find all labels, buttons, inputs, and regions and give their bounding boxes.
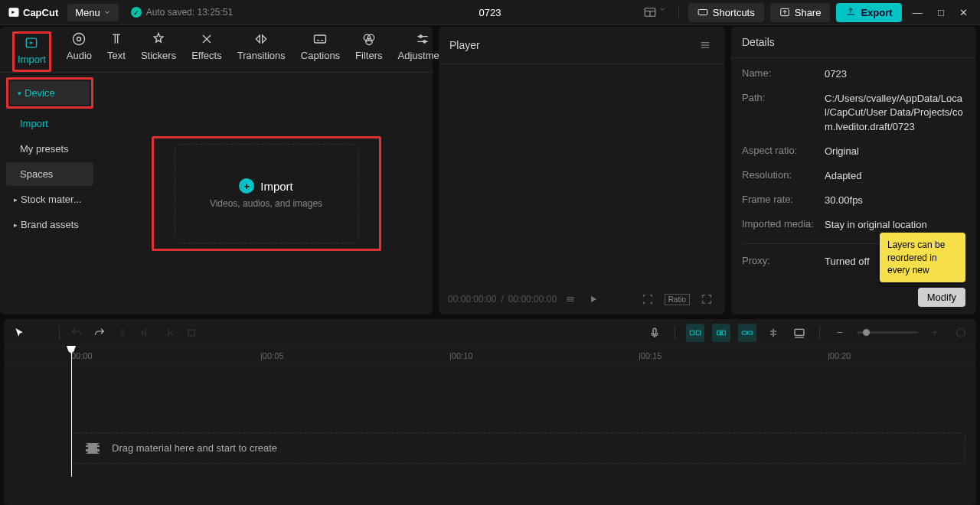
divider [675,326,675,340]
play-button[interactable] [584,290,603,308]
cursor-dropdown[interactable] [33,324,51,342]
details-title: Details [731,27,976,58]
tab-stickers[interactable]: Stickers [141,31,176,72]
time-total: 00:00:00:00 [508,294,557,305]
magnet-main-button[interactable] [686,324,704,342]
svg-point-9 [368,34,374,41]
zoom-fit-button[interactable] [952,324,970,342]
adjustment-icon [415,31,430,47]
layout-icon [643,5,657,19]
caret-right-icon: ▸ [14,221,18,229]
zoom-in-button[interactable]: + [926,324,944,342]
sidebar-item-stock[interactable]: ▸Stock mater... [6,187,93,211]
link-button[interactable] [738,324,756,342]
layout-button[interactable] [640,2,669,22]
track-dropzone[interactable]: Drag material here and start to create [71,432,965,464]
player-viewport[interactable] [439,64,725,284]
tab-transitions[interactable]: Transitions [237,31,286,72]
share-button[interactable]: Share [770,3,831,22]
redo-button[interactable] [90,324,109,342]
media-panel: Import Audio Text Stickers Effects Trans… [0,27,433,314]
import-dropzone[interactable]: + Import Videos, audios, and images [175,144,358,243]
zoom-thumb[interactable] [863,329,870,336]
tab-audio[interactable]: Audio [67,31,92,72]
split-button[interactable] [113,324,132,342]
keyboard-icon [697,7,708,18]
align-icon [767,327,779,339]
player-panel: Player 00:00:00:00 / 00:00:00:00 Ratio [439,27,725,314]
timeline-toolbar: − + [4,319,976,347]
zoom-out-button[interactable]: − [831,324,849,342]
shortcuts-button[interactable]: Shortcuts [688,3,764,22]
menu-button[interactable]: Menu [67,4,119,21]
chevron-down-icon [658,5,666,13]
align-button[interactable] [764,324,782,342]
delete-right-button[interactable] [159,324,178,342]
tab-import[interactable]: Import [18,35,46,70]
app-logo: CapCut [8,6,58,18]
fullscreen-icon [701,293,713,305]
sidebar-item-device[interactable]: ▾Device [10,81,90,105]
sidebar-item-spaces[interactable]: Spaces [6,162,93,186]
timeline-tracks[interactable]: Drag material here and start to create [4,365,976,505]
plus-icon: + [239,178,254,194]
filters-icon [361,31,377,47]
svg-rect-16 [696,331,700,334]
player-menu-button[interactable] [696,36,714,54]
scan-button[interactable] [639,290,657,308]
captions-icon [312,31,328,47]
zoom-slider[interactable] [857,331,918,334]
svg-rect-7 [315,35,326,43]
svg-rect-18 [722,331,725,334]
caret-right-icon: ▸ [14,196,18,204]
chevron-down-icon [38,329,46,337]
check-icon: ✓ [131,7,142,18]
tab-filters[interactable]: Filters [355,31,382,72]
magnet-icon [689,327,701,338]
tab-text[interactable]: Text [107,31,126,72]
delete-left-button[interactable] [136,324,155,342]
sidebar-item-presets[interactable]: My presets [6,137,93,161]
svg-rect-15 [690,331,694,334]
undo-button[interactable] [67,324,86,342]
svg-rect-21 [795,329,804,335]
modify-button[interactable]: Modify [918,288,965,307]
magnet-auto-button[interactable] [712,324,730,342]
audio-icon [71,31,87,47]
close-button[interactable]: ✕ [955,4,972,21]
tab-effects[interactable]: Effects [191,31,222,72]
cursor-icon [13,327,25,339]
timeline-ruler[interactable]: 00:00 |00:05 |00:10 |00:15 |00:20 [4,347,976,365]
sidebar-item-brand[interactable]: ▸Brand assets [6,213,93,236]
import-subtitle: Videos, audios, and images [210,198,322,209]
highlight-device: ▾Device [6,77,93,109]
maximize-button[interactable]: □ [933,4,949,21]
fullscreen-button[interactable] [697,290,716,308]
aspect-key: Aspect ratio: [742,145,825,158]
app-name: CapCut [23,7,58,18]
tool-tabs: Import Audio Text Stickers Effects Trans… [0,27,433,73]
crop-button[interactable] [182,324,201,342]
cursor-tool[interactable] [10,324,28,342]
text-icon [109,31,124,47]
playhead[interactable] [71,347,72,477]
export-button[interactable]: Export [836,3,901,22]
media-body: ▾Device Import My presets Spaces ▸Stock … [0,73,433,314]
svg-point-5 [74,34,85,45]
grid-toggle[interactable] [561,290,580,308]
path-value: C:/Users/cvalley/AppData/Local/CapCut/Us… [825,92,965,134]
timeline-panel: − + 00:00 |00:05 |00:10 |00:15 |00:20 Dr… [4,319,976,505]
resolution-value: Adapted [825,169,965,183]
transitions-icon [253,31,269,47]
highlight-import-tab: Import [12,31,51,72]
split-icon [116,327,129,339]
tab-captions[interactable]: Captions [301,31,340,72]
name-key: Name: [742,67,825,81]
fps-key: Frame rate: [742,194,825,207]
sidebar-item-import[interactable]: Import [6,112,93,135]
minimize-button[interactable]: — [908,4,927,21]
ratio-button[interactable]: Ratio [665,294,690,305]
player-title: Player [449,39,480,51]
preview-toggle[interactable] [790,324,808,342]
mic-button[interactable] [645,324,664,342]
